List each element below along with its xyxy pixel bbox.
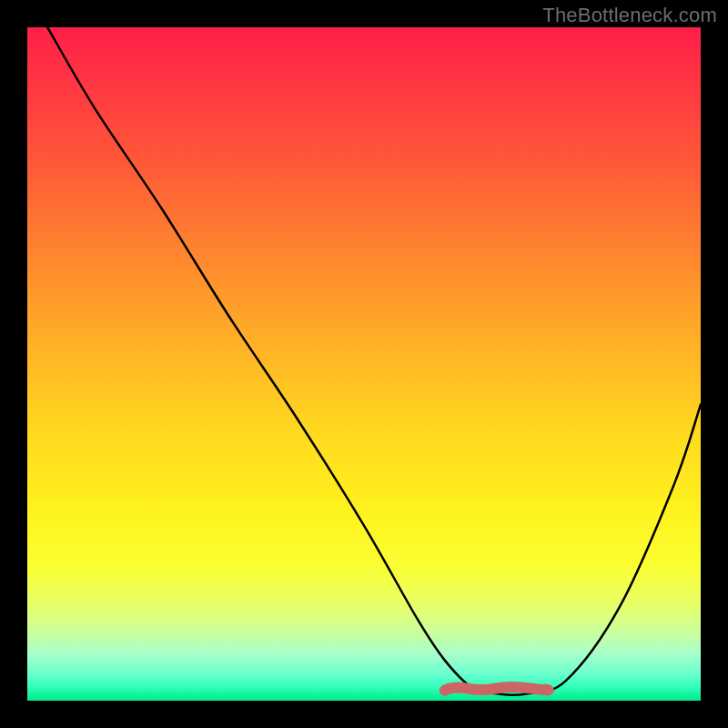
bottleneck-curve-path [47, 27, 701, 695]
plot-area [27, 27, 701, 701]
watermark-text: TheBottleneck.com [542, 4, 717, 27]
optimal-zone-marker [445, 687, 549, 691]
chart-outer: TheBottleneck.com [0, 0, 728, 728]
curve-layer [27, 27, 701, 701]
